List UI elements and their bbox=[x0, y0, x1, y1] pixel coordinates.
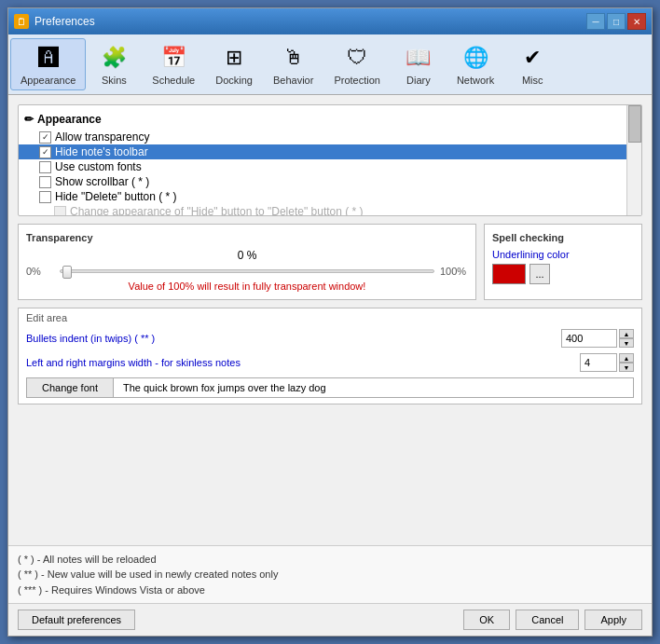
cancel-button[interactable]: Cancel bbox=[516, 610, 579, 630]
default-preferences-button[interactable]: Default preferences bbox=[18, 610, 135, 630]
note-1: ( * ) - All notes will be reloaded bbox=[18, 552, 642, 568]
margins-label: Left and right margins width - for skinl… bbox=[26, 357, 241, 368]
misc-label: Misc bbox=[522, 75, 543, 86]
network-label: Network bbox=[457, 75, 494, 86]
slider-max-label: 100% bbox=[440, 266, 468, 277]
diary-icon: 📖 bbox=[404, 43, 433, 73]
title-bar: 🗒 Preferences ─ □ ✕ bbox=[8, 8, 652, 34]
transparency-panel: Transparency 0 % 0% 100% Value of 100% w… bbox=[18, 224, 476, 300]
spell-panel: Spell checking Underlining color ... bbox=[484, 224, 642, 300]
behavior-icon: 🖱 bbox=[279, 43, 309, 73]
tree-header: ✏ Appearance bbox=[24, 111, 636, 130]
tree-item[interactable]: ✓Allow transparency bbox=[24, 130, 636, 144]
tree-item-checkbox[interactable] bbox=[39, 161, 51, 173]
change-font-button[interactable]: Change font bbox=[26, 377, 114, 398]
toolbar-item-misc[interactable]: ✔ Misc bbox=[504, 38, 560, 90]
scrollbar-thumb[interactable] bbox=[628, 105, 641, 143]
right-buttons: OK Cancel Apply bbox=[463, 610, 642, 630]
slider-thumb[interactable] bbox=[62, 266, 72, 279]
bullets-spin-down[interactable]: ▼ bbox=[619, 338, 634, 348]
tree-edit-icon: ✏ bbox=[24, 113, 34, 126]
margins-spinner: ▲ ▼ bbox=[619, 353, 634, 372]
network-icon: 🌐 bbox=[461, 43, 490, 73]
tree-item-checkbox[interactable] bbox=[39, 176, 51, 188]
transparency-title: Transparency bbox=[26, 232, 468, 243]
tree-item-checkbox[interactable] bbox=[54, 206, 66, 216]
slider-row: 0% 100% bbox=[26, 266, 468, 277]
transparency-slider[interactable] bbox=[60, 269, 434, 273]
spacer bbox=[18, 412, 642, 536]
toolbar-item-skins[interactable]: 🧩 Skins bbox=[86, 38, 142, 90]
toolbar-item-diary[interactable]: 📖 Diary bbox=[391, 38, 447, 90]
misc-icon: ✔ bbox=[517, 43, 547, 73]
edit-area-title: Edit area bbox=[19, 308, 641, 323]
skins-icon: 🧩 bbox=[99, 43, 129, 73]
slider-min-label: 0% bbox=[26, 266, 54, 277]
bottom-notes: ( * ) - All notes will be reloaded ( ** … bbox=[8, 545, 652, 604]
toolbar-item-docking[interactable]: ⊞ Docking bbox=[205, 38, 263, 90]
toolbar-item-schedule[interactable]: 📅 Schedule bbox=[142, 38, 205, 90]
tree-item-checkbox[interactable]: ✓ bbox=[39, 146, 51, 158]
bullets-input[interactable] bbox=[561, 329, 617, 348]
tree-panel: ✏ Appearance ✓Allow transparency✓Hide no… bbox=[18, 104, 642, 216]
ok-button[interactable]: OK bbox=[463, 610, 510, 630]
minimize-button[interactable]: ─ bbox=[586, 13, 605, 30]
tree-item-label: Allow transparency bbox=[55, 130, 149, 144]
tree-item[interactable]: ✓Hide note's toolbar bbox=[19, 144, 641, 159]
tree-item[interactable]: Use custom fonts bbox=[24, 159, 636, 174]
bullets-control: ▲ ▼ bbox=[561, 329, 634, 348]
toolbar-item-behavior[interactable]: 🖱 Behavior bbox=[263, 38, 323, 90]
toolbar: 🅰 Appearance 🧩 Skins 📅 Schedule ⊞ Dockin… bbox=[8, 34, 652, 95]
schedule-icon: 📅 bbox=[158, 43, 188, 73]
bullets-row: Bullets indent (in twips) ( ** ) ▲ ▼ bbox=[26, 329, 634, 348]
dots-button[interactable]: ... bbox=[529, 264, 550, 284]
font-row: Change font The quick brown fox jumps ov… bbox=[26, 377, 634, 398]
toolbar-item-protection[interactable]: 🛡 Protection bbox=[323, 38, 391, 90]
note-2: ( ** ) - New value will be used in newly… bbox=[18, 567, 642, 582]
tree-panel-inner[interactable]: ✏ Appearance ✓Allow transparency✓Hide no… bbox=[19, 105, 641, 215]
protection-label: Protection bbox=[334, 75, 380, 86]
tree-item[interactable]: Show scrollbar ( * ) bbox=[24, 174, 636, 189]
transparency-spell-row: Transparency 0 % 0% 100% Value of 100% w… bbox=[18, 224, 642, 300]
tree-item-label: Hide note's toolbar bbox=[55, 145, 148, 158]
docking-label: Docking bbox=[215, 75, 253, 86]
close-button[interactable]: ✕ bbox=[627, 13, 646, 30]
apply-button[interactable]: Apply bbox=[584, 610, 642, 630]
maximize-button[interactable]: □ bbox=[607, 13, 626, 30]
tree-item[interactable]: Hide "Delete" button ( * ) bbox=[24, 189, 636, 204]
behavior-label: Behavior bbox=[273, 75, 313, 86]
tree-item-label: Show scrollbar ( * ) bbox=[55, 175, 149, 188]
tree-items-container: ✓Allow transparency✓Hide note's toolbarU… bbox=[24, 130, 636, 215]
diary-label: Diary bbox=[406, 75, 431, 86]
bullets-spin-up[interactable]: ▲ bbox=[619, 329, 634, 338]
slider-value-label: 0 % bbox=[26, 249, 468, 262]
skins-label: Skins bbox=[102, 75, 127, 86]
tree-item[interactable]: Change appearance of "Hide" button to "D… bbox=[24, 204, 636, 215]
underline-label: Underlining color bbox=[492, 249, 634, 260]
schedule-label: Schedule bbox=[152, 75, 195, 86]
action-bar: Default preferences OK Cancel Apply bbox=[8, 603, 652, 636]
preferences-window: 🗒 Preferences ─ □ ✕ 🅰 Appearance 🧩 Skins… bbox=[7, 7, 653, 637]
edit-area-content: Bullets indent (in twips) ( ** ) ▲ ▼ Lef… bbox=[19, 323, 641, 404]
app-icon: 🗒 bbox=[14, 14, 29, 29]
note-3: ( *** ) - Requires Windows Vista or abov… bbox=[18, 582, 642, 598]
toolbar-item-appearance[interactable]: 🅰 Appearance bbox=[10, 38, 86, 90]
appearance-label: Appearance bbox=[21, 75, 76, 86]
scrollbar-track[interactable] bbox=[626, 105, 641, 215]
tree-item-checkbox[interactable]: ✓ bbox=[39, 131, 51, 144]
transparency-warning: Value of 100% will result in fully trans… bbox=[26, 281, 468, 292]
window-title: Preferences bbox=[34, 15, 95, 28]
margins-spin-down[interactable]: ▼ bbox=[619, 363, 634, 372]
bullets-label: Bullets indent (in twips) ( ** ) bbox=[26, 333, 155, 344]
tree-item-label: Use custom fonts bbox=[55, 160, 142, 173]
bullets-spinner: ▲ ▼ bbox=[619, 329, 634, 348]
spell-title: Spell checking bbox=[492, 232, 634, 243]
toolbar-item-network[interactable]: 🌐 Network bbox=[447, 38, 504, 90]
margins-control: ▲ ▼ bbox=[580, 353, 634, 372]
tree-item-checkbox[interactable] bbox=[39, 191, 51, 203]
margins-spin-up[interactable]: ▲ bbox=[619, 353, 634, 363]
color-box[interactable] bbox=[492, 264, 526, 284]
tree-item-label: Hide "Delete" button ( * ) bbox=[55, 190, 177, 203]
edit-area-panel: Edit area Bullets indent (in twips) ( **… bbox=[18, 308, 642, 404]
margins-input[interactable] bbox=[580, 353, 617, 372]
